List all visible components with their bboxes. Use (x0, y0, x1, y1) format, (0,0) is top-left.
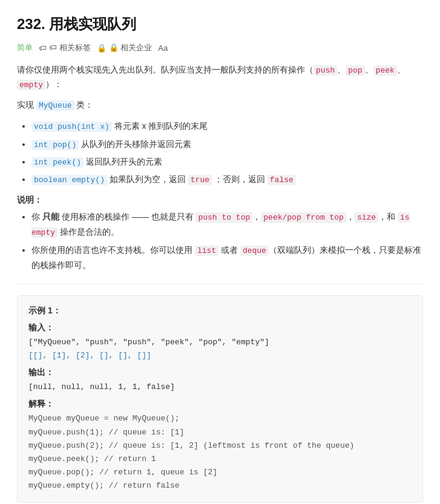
example-title: 示例 1： (28, 306, 412, 316)
input-label: 输入： (28, 322, 412, 333)
title-text: 用栈实现队列 (49, 16, 136, 32)
list-item: void push(int x) 将元素 x 推到队列的末尾 (31, 119, 423, 134)
note-title: 说明： (17, 195, 423, 206)
tag-icon: 🏷 (39, 44, 47, 53)
page-title: 232. 用栈实现队列 (17, 15, 423, 34)
input-line1: ["MyQueue", "push", "push", "peek", "pop… (28, 336, 412, 349)
note-item-1: 你 只能 使用标准的栈操作 —— 也就是只有 push to top，peek/… (31, 209, 423, 240)
explain-line-1: MyQueue myQueue = new MyQueue(); (28, 412, 412, 425)
related-company-label: 🔒 相关企业 (109, 42, 153, 53)
input-line2: [[], [1], [2], [], [], []] (28, 349, 412, 362)
aa-btn[interactable]: Aa (158, 44, 168, 53)
explain-label: 解释： (28, 399, 412, 410)
methods-list: void push(int x) 将元素 x 推到队列的末尾 int pop()… (17, 119, 423, 188)
related-tags-btn[interactable]: 🏷 🏷 相关标签 (39, 42, 91, 53)
lock-icon: 🔒 (97, 44, 107, 53)
notes-section: 说明： 你 只能 使用标准的栈操作 —— 也就是只有 push to top，p… (17, 195, 423, 273)
output-line: [null, null, null, 1, 1, false] (28, 381, 412, 394)
related-company-btn[interactable]: 🔒 🔒 相关企业 (97, 42, 153, 53)
explain-line-6: myQueue.empty(); // return false (28, 479, 412, 493)
explain-line-5: myQueue.pop(); // return 1, queue is [2] (28, 466, 412, 479)
title-number: 232. (17, 16, 45, 32)
list-item: int peek() 返回队列开头的元素 (31, 154, 423, 169)
problem-description: 请你仅使用两个栈实现先入先出队列。队列应当支持一般队列支持的所有操作（push、… (17, 63, 423, 92)
explain-line-3: myQueue.push(2); // queue is: [1, 2] (le… (28, 439, 412, 453)
difficulty-tag[interactable]: 简单 (17, 42, 33, 53)
input-code: ["MyQueue", "push", "push", "peek", "pop… (28, 336, 412, 362)
divider (17, 284, 423, 284)
list-item: boolean empty() 如果队列为空，返回 true ；否则，返回 fa… (31, 172, 423, 187)
explain-line-2: myQueue.push(1); // queue is: [1] (28, 426, 412, 439)
implement-text: 实现 MyQueue 类： (17, 98, 423, 113)
output-code: [null, null, null, 1, 1, false] (28, 381, 412, 394)
list-item: int pop() 从队列的开头移除并返回元素 (31, 137, 423, 152)
note-item-2: 你所使用的语言也许不支持栈。你可以使用 list 或者 deque（双端队列）来… (31, 243, 423, 273)
explain-code: MyQueue myQueue = new MyQueue(); myQueue… (28, 412, 412, 493)
related-tags-label: 🏷 相关标签 (49, 42, 91, 53)
output-label: 输出： (28, 367, 412, 378)
explain-line-4: myQueue.peek(); // return 1 (28, 453, 412, 466)
example-section: 示例 1： 输入： ["MyQueue", "push", "push", "p… (17, 295, 423, 503)
